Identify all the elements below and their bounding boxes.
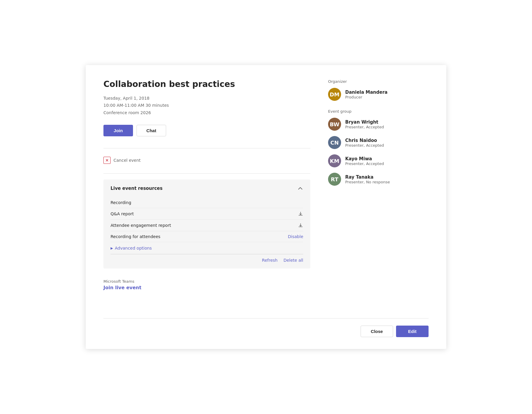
advanced-options-link[interactable]: ▶ Advanced options: [111, 242, 303, 252]
organizer-avatar: DM: [328, 88, 341, 101]
event-location: Conference room 2026: [103, 109, 310, 116]
resources-header: Live event resources: [111, 185, 303, 191]
modal-body: Collaboration best practices Tuesday, Ap…: [103, 79, 429, 312]
modal-footer: Close Edit: [103, 318, 429, 337]
organizer-row: DM Daniela Mandera Producer: [328, 88, 429, 101]
resource-recording-attendees-label: Recording for attendees: [111, 234, 160, 239]
edit-button[interactable]: Edit: [396, 326, 429, 337]
event-meta: Tuesday, April 1, 2018 10:00 AM-11:00 AM…: [103, 95, 310, 117]
member-initials-1: CN: [330, 140, 339, 146]
live-resources-card: Live event resources Recording Q&A repor…: [103, 179, 310, 269]
event-group-label: Event group: [328, 109, 429, 114]
chat-button[interactable]: Chat: [137, 125, 166, 136]
member-initials-3: RT: [331, 176, 338, 182]
right-panel: Organizer DM Daniela Mandera Producer Ev…: [328, 79, 429, 312]
member-info-2: Kayo Miwa Presenter, Accepted: [345, 156, 429, 166]
resource-row-attendee: Attendee engagement report: [111, 220, 303, 231]
ms-teams-label: Microsoft Teams: [103, 279, 310, 284]
cancel-event-button[interactable]: ✕ Cancel event: [103, 154, 310, 166]
close-button[interactable]: Close: [361, 326, 393, 337]
member-row-3: RT Ray Tanaka Presenter, No response: [328, 173, 429, 186]
member-avatar-0: BW: [328, 118, 341, 131]
advanced-options-chevron-icon: ▶: [111, 246, 113, 250]
organizer-name: Daniela Mandera: [345, 90, 429, 95]
resource-recording-label: Recording: [111, 200, 131, 205]
disable-link[interactable]: Disable: [288, 234, 303, 239]
organizer-label: Organizer: [328, 79, 429, 84]
member-initials-0: BW: [330, 121, 340, 127]
organizer-section: Organizer DM Daniela Mandera Producer: [328, 79, 429, 101]
collapse-chevron-icon[interactable]: [297, 185, 303, 191]
member-role-3: Presenter, No response: [345, 180, 429, 184]
resources-footer: Refresh Delete all: [111, 254, 303, 263]
event-date: Tuesday, April 1, 2018: [103, 95, 310, 101]
member-role-1: Presenter, Accepted: [345, 143, 429, 148]
delete-all-link[interactable]: Delete all: [283, 258, 303, 263]
member-role-2: Presenter, Accepted: [345, 161, 429, 166]
join-live-event-link[interactable]: Join live event: [103, 285, 141, 290]
member-row-0: BW Bryan Wright Presenter, Accepted: [328, 118, 429, 131]
member-name-0: Bryan Wright: [345, 119, 429, 125]
cancel-x-icon: ✕: [103, 157, 111, 164]
refresh-link[interactable]: Refresh: [262, 258, 278, 263]
join-button[interactable]: Join: [103, 125, 133, 136]
member-row-1: CN Chris Naidoo Presenter, Accepted: [328, 136, 429, 149]
resource-row-recording-attendees: Recording for attendees Disable: [111, 231, 303, 242]
member-role-0: Presenter, Accepted: [345, 125, 429, 129]
member-name-3: Ray Tanaka: [345, 174, 429, 180]
resource-qa-label: Q&A report: [111, 211, 134, 216]
event-time: 10:00 AM-11:00 AM 30 minutes: [103, 102, 310, 109]
member-avatar-2: KM: [328, 154, 341, 167]
advanced-options-label: Advanced options: [115, 246, 152, 250]
left-panel: Collaboration best practices Tuesday, Ap…: [103, 79, 310, 312]
attendee-download-icon[interactable]: [298, 223, 303, 228]
member-info-0: Bryan Wright Presenter, Accepted: [345, 119, 429, 129]
resource-row-qa: Q&A report: [111, 208, 303, 220]
resource-row-recording: Recording: [111, 197, 303, 208]
event-modal: Collaboration best practices Tuesday, Ap…: [86, 65, 446, 349]
divider-2: [103, 173, 310, 174]
organizer-role: Producer: [345, 95, 429, 99]
resources-title: Live event resources: [111, 186, 163, 191]
event-title: Collaboration best practices: [103, 79, 310, 89]
event-group-section: Event group BW Bryan Wright Presenter, A…: [328, 109, 429, 186]
resource-attendee-label: Attendee engagement report: [111, 223, 171, 228]
member-initials-2: KM: [330, 158, 339, 164]
organizer-info: Daniela Mandera Producer: [345, 90, 429, 99]
member-name-2: Kayo Miwa: [345, 156, 429, 161]
action-buttons: Join Chat: [103, 125, 310, 136]
member-row-2: KM Kayo Miwa Presenter, Accepted: [328, 154, 429, 167]
member-info-3: Ray Tanaka Presenter, No response: [345, 174, 429, 184]
member-avatar-1: CN: [328, 136, 341, 149]
cancel-event-label: Cancel event: [113, 158, 141, 163]
member-name-1: Chris Naidoo: [345, 138, 429, 143]
member-avatar-3: RT: [328, 173, 341, 186]
member-info-1: Chris Naidoo Presenter, Accepted: [345, 138, 429, 148]
organizer-initials: DM: [330, 91, 340, 98]
divider-1: [103, 148, 310, 148]
ms-teams-section: Microsoft Teams Join live event: [103, 279, 310, 290]
qa-download-icon[interactable]: [298, 211, 303, 216]
